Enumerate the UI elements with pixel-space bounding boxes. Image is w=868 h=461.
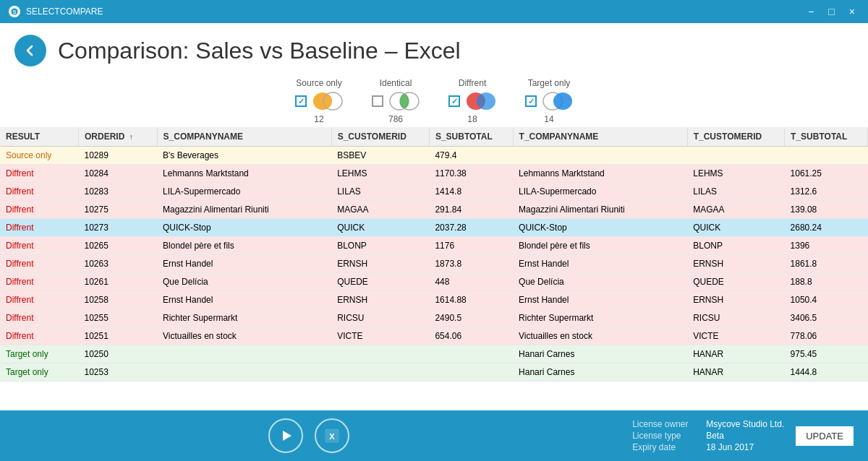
t-subtotal-cell: 1050.4 [785,291,868,309]
s-customerid-cell [331,345,429,363]
target-only-checkbox[interactable] [525,95,537,107]
s-customerid-cell: VICTE [331,327,429,345]
s-customerid-cell: BLONP [331,237,429,255]
legend-source-only: Source only 12 [295,78,343,124]
orderid-cell: 10258 [79,291,158,309]
expiry-value: 18 Jun 2017 [706,442,754,452]
footer-actions: X [268,418,349,453]
s-companyname-cell: Blondel père et fils [157,237,331,255]
svg-point-7 [400,94,409,108]
table-row[interactable]: Target only10250Hanari CarnesHANAR975.45 [0,345,868,363]
s-companyname-cell: Magazzini Alimentari Riuniti [157,201,331,219]
identical-count: 786 [388,114,403,124]
table-row[interactable]: Diffrent10255Richter SupermarktRICSU2490… [0,309,868,327]
t-customerid-cell: QUEDE [687,273,784,291]
orderid-cell: 10263 [79,255,158,273]
col-header-t-customerid[interactable]: T_CUSTOMERID [687,127,784,147]
table-row[interactable]: Diffrent10263Ernst HandelERNSH1873.8Erns… [0,255,868,273]
t-subtotal-cell: 778.06 [785,327,868,345]
col-header-s-companyname[interactable]: S_COMPANYNAME [157,127,331,147]
result-cell: Diffrent [0,165,79,183]
s-subtotal-cell: 479.4 [429,147,513,165]
t-companyname-cell: Que Delícia [513,273,687,291]
table-row[interactable]: Diffrent10275Magazzini Alimentari Riunit… [0,201,868,219]
s-subtotal-cell: 1414.8 [429,183,513,201]
diffrent-count: 18 [467,114,477,124]
t-subtotal-cell: 1061.25 [785,165,868,183]
t-subtotal-cell: 1444.8 [785,363,868,382]
window-controls: − □ × [804,7,859,17]
close-button[interactable]: × [845,7,859,17]
table-scroll[interactable]: RESULT ORDERID ↑ S_COMPANYNAME S_CUSTOME… [0,127,868,410]
data-table: RESULT ORDERID ↑ S_COMPANYNAME S_CUSTOME… [0,127,868,382]
s-companyname-cell: Ernst Handel [157,255,331,273]
t-customerid-cell: MAGAA [687,201,784,219]
t-customerid-cell: LEHMS [687,165,784,183]
s-companyname-cell: Ernst Handel [157,291,331,309]
table-row[interactable]: Diffrent10261Que DelíciaQUEDE448Que Delí… [0,273,868,291]
target-only-count: 14 [544,114,553,124]
t-companyname-cell: QUICK-Stop [513,219,687,237]
table-row[interactable]: Diffrent10284Lehmanns MarktstandLEHMS117… [0,165,868,183]
t-companyname-cell [513,147,687,165]
s-companyname-cell: Lehmanns Marktstand [157,165,331,183]
footer-license: License owner Msycove Studio Ltd. Licens… [632,419,784,452]
license-owner-label: License owner [632,419,697,429]
s-subtotal-cell: 654.06 [429,327,513,345]
s-companyname-cell: Richter Supermarkt [157,309,331,327]
update-button[interactable]: UPDATE [796,426,854,446]
diffrent-venn [464,91,496,111]
t-companyname-cell: Hanari Carnes [513,345,687,363]
table-row[interactable]: Diffrent10273QUICK-StopQUICK2037.28QUICK… [0,219,868,237]
play-icon [278,428,294,444]
table-row[interactable]: Target only10253Hanari CarnesHANAR1444.8 [0,363,868,382]
t-subtotal-cell: 2680.24 [785,219,868,237]
identical-label: Identical [380,78,412,88]
t-customerid-cell: ERNSH [687,291,784,309]
col-header-result[interactable]: RESULT [0,127,79,147]
t-subtotal-cell: 139.08 [785,201,868,219]
identical-venn [388,91,420,111]
orderid-cell: 10255 [79,309,158,327]
result-cell: Diffrent [0,255,79,273]
orderid-cell: 10261 [79,273,158,291]
excel-button[interactable]: X [315,418,349,453]
license-type-row: License type Beta [632,431,784,441]
s-subtotal-cell: 448 [429,273,513,291]
col-header-s-subtotal[interactable]: S_SUBTOTAL [429,127,513,147]
header: Comparison: Sales vs Baseline – Excel [0,23,868,72]
expiry-label: Expiry date [632,442,697,452]
identical-checkbox[interactable] [372,95,383,107]
s-companyname-cell [157,363,331,382]
t-subtotal-cell: 1861.8 [785,255,868,273]
table-row[interactable]: Diffrent10265Blondel père et filsBLONP11… [0,237,868,255]
table-row[interactable]: Source only10289B's BeveragesBSBEV479.4 [0,147,868,165]
source-only-checkbox[interactable] [295,95,307,107]
play-button[interactable] [268,418,303,453]
col-header-t-subtotal[interactable]: T_SUBTOTAL [785,127,868,147]
t-companyname-cell: Lehmanns Marktstand [513,165,687,183]
col-header-orderid[interactable]: ORDERID ↑ [79,127,158,147]
diffrent-checkbox[interactable] [448,95,460,107]
source-only-venn [311,91,343,111]
s-customerid-cell: LILAS [331,183,429,201]
s-subtotal-cell [429,345,513,363]
result-cell: Diffrent [0,327,79,345]
table-row[interactable]: Diffrent10258Ernst HandelERNSH1614.88Ern… [0,291,868,309]
t-subtotal-cell: 188.8 [785,273,868,291]
orderid-cell: 10284 [79,165,158,183]
orderid-cell: 10250 [79,345,158,363]
license-type-label: License type [632,431,697,441]
t-companyname-cell: Blondel père et fils [513,237,687,255]
minimize-button[interactable]: − [804,7,818,17]
col-header-t-companyname[interactable]: T_COMPANYNAME [513,127,687,147]
footer: X License owner Msycove Studio Ltd. Lice… [0,410,868,461]
t-customerid-cell: ERNSH [687,255,784,273]
back-button[interactable] [14,35,46,66]
col-header-s-customerid[interactable]: S_CUSTOMERID [331,127,429,147]
table-row[interactable]: Diffrent10251Victuailles en stockVICTE65… [0,327,868,345]
s-companyname-cell: B's Beverages [157,147,331,165]
maximize-button[interactable]: □ [824,7,838,17]
table-row[interactable]: Diffrent10283LILA-SupermercadoLILAS1414.… [0,183,868,201]
app-title: SELECTCOMPARE [26,7,103,17]
